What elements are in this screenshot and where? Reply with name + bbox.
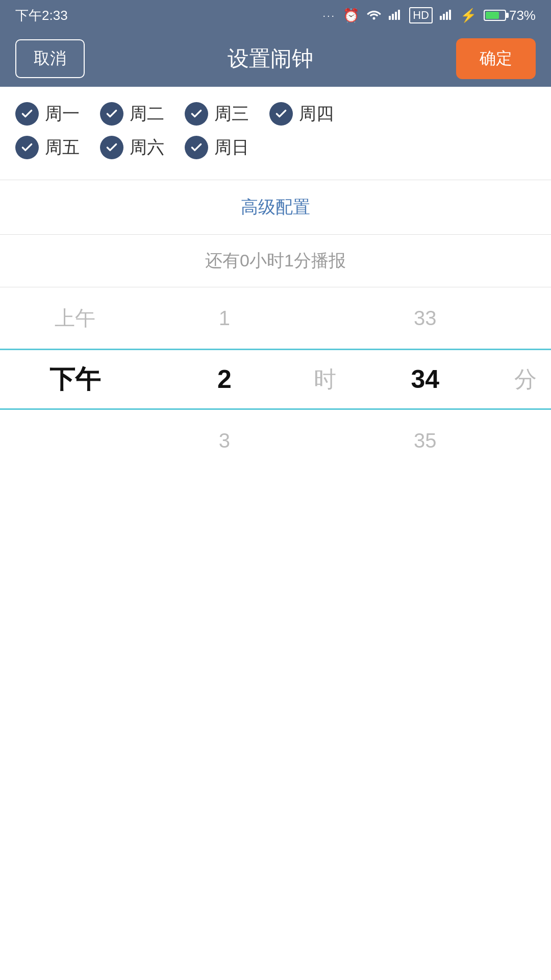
- countdown-section: 还有0小时1分播报: [0, 235, 551, 287]
- picker-ampm-0: 上午: [0, 287, 149, 349]
- day-item-tue[interactable]: 周二: [100, 102, 164, 126]
- picker-hour-unit-bottom: [299, 410, 350, 471]
- signal-dots-icon: ···: [323, 10, 336, 21]
- svg-rect-4: [398, 10, 400, 20]
- picker-minute-2: 35: [350, 410, 500, 471]
- day-label-tue: 周二: [130, 102, 164, 126]
- day-label-mon: 周一: [45, 102, 80, 126]
- picker-col-minute-unit: 分: [500, 287, 551, 471]
- day-item-wed[interactable]: 周三: [185, 102, 249, 126]
- signal2-icon: [440, 8, 453, 23]
- day-checkbox-tue: [100, 102, 123, 126]
- signal-icon: [389, 8, 402, 23]
- picker-minute-0: 33: [350, 287, 500, 349]
- days-row-2: 周五 周六 周日: [15, 136, 536, 159]
- advanced-config-link[interactable]: 高级配置: [241, 197, 310, 216]
- day-item-thu[interactable]: 周四: [269, 102, 334, 126]
- day-checkbox-thu: [269, 102, 293, 126]
- picker-col-hour-unit: 时: [299, 287, 350, 471]
- day-item-mon[interactable]: 周一: [15, 102, 80, 126]
- alarm-icon: ⏰: [343, 8, 359, 23]
- picker-minute-unit-bottom: [500, 410, 551, 471]
- confirm-button[interactable]: 确定: [456, 38, 536, 79]
- time-picker[interactable]: 上午 下午 1 2 3 时 33 34 35 分: [0, 287, 551, 471]
- countdown-text: 还有0小时1分播报: [205, 251, 346, 270]
- wifi-icon: [366, 8, 382, 23]
- svg-rect-6: [443, 14, 445, 20]
- hd-label: HD: [409, 7, 433, 23]
- day-label-thu: 周四: [299, 102, 334, 126]
- svg-rect-5: [440, 16, 442, 20]
- picker-hour-0: 1: [149, 287, 299, 349]
- day-label-wed: 周三: [214, 102, 249, 126]
- svg-rect-8: [449, 10, 451, 20]
- status-time: 下午2:33: [15, 7, 68, 24]
- charging-icon: ⚡: [460, 8, 477, 23]
- battery-fill: [486, 12, 499, 19]
- battery-icon: [484, 10, 506, 21]
- picker-hour-unit-top: [299, 287, 350, 349]
- svg-rect-3: [395, 12, 397, 20]
- picker-col-ampm[interactable]: 上午 下午: [0, 287, 149, 471]
- picker-col-hour[interactable]: 1 2 3: [149, 287, 299, 471]
- picker-hour-2: 3: [149, 410, 299, 471]
- day-label-fri: 周五: [45, 136, 80, 159]
- day-checkbox-wed: [185, 102, 208, 126]
- picker-col-minute[interactable]: 33 34 35: [350, 287, 500, 471]
- days-row-1: 周一 周二 周三 周四: [15, 102, 536, 126]
- day-checkbox-fri: [15, 136, 39, 159]
- svg-rect-7: [446, 12, 448, 20]
- picker-hour-1: 2: [149, 349, 299, 410]
- status-bar: 下午2:33 ··· ⏰ HD: [0, 0, 551, 31]
- day-checkbox-sun: [185, 136, 208, 159]
- battery-percentage: 73%: [509, 8, 536, 23]
- svg-rect-1: [389, 16, 391, 20]
- page-title: 设置闹钟: [228, 44, 313, 73]
- picker-ampm-1: 下午: [0, 349, 149, 410]
- day-item-fri[interactable]: 周五: [15, 136, 80, 159]
- day-label-sun: 周日: [214, 136, 249, 159]
- picker-minute-unit-label: 分: [500, 349, 551, 410]
- advanced-section: 高级配置: [0, 180, 551, 235]
- picker-minute-1: 34: [350, 349, 500, 410]
- svg-rect-2: [392, 14, 394, 20]
- day-checkbox-sat: [100, 136, 123, 159]
- picker-minute-unit-top: [500, 287, 551, 349]
- day-item-sun[interactable]: 周日: [185, 136, 249, 159]
- day-label-sat: 周六: [130, 136, 164, 159]
- picker-columns: 上午 下午 1 2 3 时 33 34 35 分: [0, 287, 551, 471]
- status-icons: ··· ⏰ HD ⚡: [323, 7, 536, 23]
- picker-hour-unit-label: 时: [299, 349, 350, 410]
- picker-ampm-2: [0, 410, 149, 471]
- battery-indicator: 73%: [484, 8, 536, 23]
- app-header: 取消 设置闹钟 确定: [0, 31, 551, 87]
- day-checkbox-mon: [15, 102, 39, 126]
- day-item-sat[interactable]: 周六: [100, 136, 164, 159]
- days-section: 周一 周二 周三 周四: [0, 87, 551, 180]
- svg-point-0: [373, 17, 375, 19]
- cancel-button[interactable]: 取消: [15, 39, 85, 78]
